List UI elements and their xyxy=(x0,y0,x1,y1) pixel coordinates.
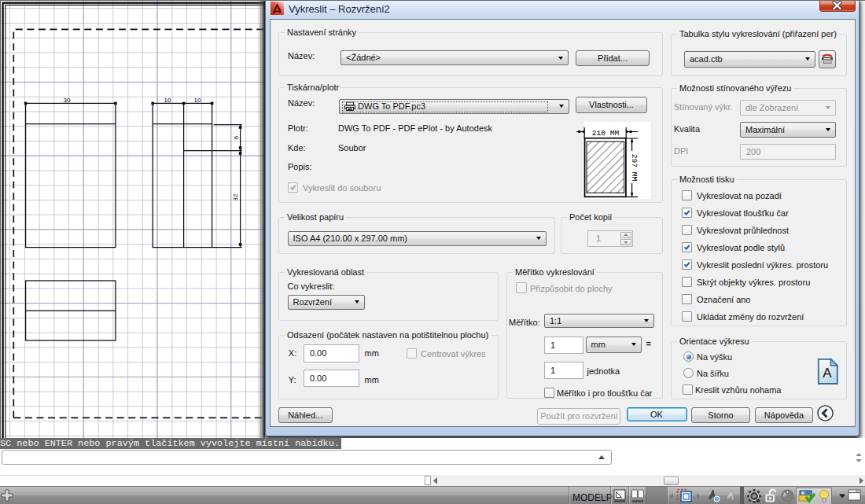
svg-text:10: 10 xyxy=(194,97,201,104)
svg-text:32: 32 xyxy=(232,193,239,200)
svg-text:10: 10 xyxy=(164,97,171,104)
svg-text:297 MM: 297 MM xyxy=(630,154,639,182)
svg-text:210 MM: 210 MM xyxy=(592,129,620,138)
svg-text:30: 30 xyxy=(64,97,71,104)
svg-text:6: 6 xyxy=(233,135,240,139)
svg-text:A: A xyxy=(823,366,832,381)
